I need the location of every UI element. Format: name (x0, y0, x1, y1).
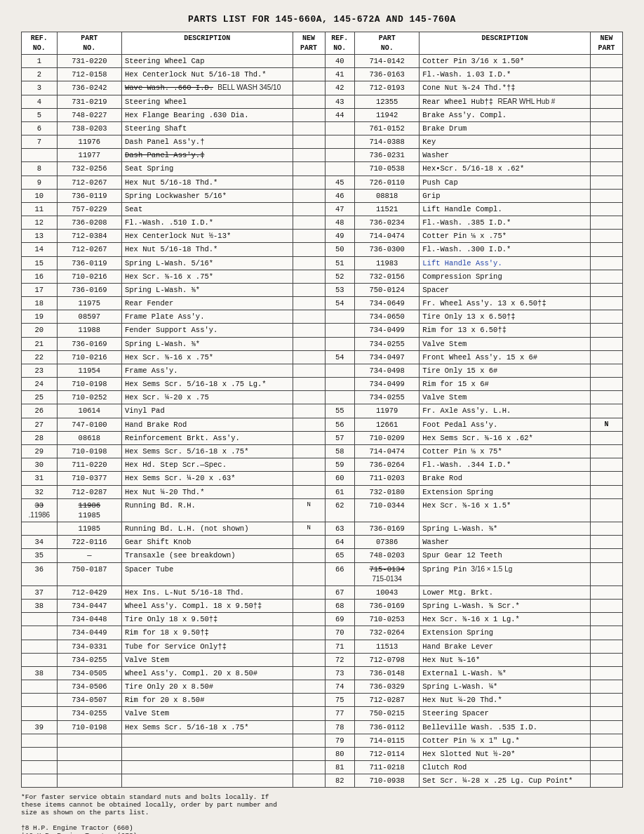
new-part-left (293, 431, 325, 444)
part-num-left: 10614 (57, 404, 121, 418)
part-num-left: 734-0331 (57, 640, 121, 653)
new-part-right (590, 310, 622, 324)
part-num-right: 714-0388 (355, 135, 420, 149)
new-part-left (293, 81, 325, 95)
part-num-right: 712-0287 (355, 694, 420, 707)
ref-num-right: 45 (325, 176, 354, 189)
ref-num-left: 3 (22, 81, 58, 95)
ref-num-left (22, 747, 58, 760)
new-part-left (293, 108, 325, 121)
desc-left: Fender Support Ass'y. (122, 324, 293, 337)
header-ref-left: REF.NO. (22, 32, 58, 55)
new-part-right (590, 536, 622, 549)
desc-left: Wheel Ass'y. Compl. 18 x 9.50†‡ (122, 600, 293, 613)
part-num-left: 11988 (57, 324, 121, 337)
footnote-dagger: †8 H.P. Engine Tractor (660) (21, 824, 288, 832)
desc-right: Fl.-Wash. .385 I.D.* (420, 216, 591, 230)
desc-right: Tire Only 15 x 6# (420, 364, 591, 377)
new-part-left (293, 536, 325, 549)
desc-left: Gear Shift Knob (122, 536, 293, 549)
ref-num-left (22, 761, 58, 774)
desc-left: Tire Only 18 x 9.50†‡ (122, 613, 293, 626)
desc-right: Rim for 13 x 6.50†‡ (420, 324, 591, 337)
new-part-right (590, 378, 622, 391)
part-num-right: 714-0142 (355, 55, 420, 68)
ref-num-right: 61 (325, 485, 354, 498)
new-part-left (293, 337, 325, 350)
desc-right: Hand Brake Lever (420, 640, 591, 653)
new-part-right (590, 324, 622, 337)
part-num-left: 736-0208 (57, 216, 121, 230)
part-num-right: 08818 (355, 189, 420, 202)
ref-num-right: 46 (325, 189, 354, 202)
desc-right: Cotter Pin ⅛ x 75* (420, 444, 591, 458)
desc-left: Tube for Service Only†‡ (122, 640, 293, 653)
desc-right: Lift Handle Ass'y. (420, 256, 591, 270)
desc-left: Rim for 18 x 9.50†‡ (122, 626, 293, 640)
part-num-right: 710-0209 (355, 431, 420, 444)
desc-left: Frame Plate Ass'y. (122, 310, 293, 324)
ref-num-left (22, 680, 58, 694)
desc-right: Fl.-Wash. .300 I.D.* (420, 243, 591, 256)
ref-num-right: 80 (325, 747, 354, 760)
ref-num-right: 69 (325, 613, 354, 626)
desc-right: Foot Pedal Ass'y. (420, 418, 591, 431)
part-num-left: 736-0119 (57, 256, 121, 270)
ref-num-right (325, 324, 354, 337)
desc-right: Push Cap (420, 176, 591, 189)
ref-num-right (325, 149, 354, 162)
part-num-right: 07386 (355, 536, 420, 549)
ref-num-right: 72 (325, 653, 354, 666)
ref-num-right: 75 (325, 694, 354, 707)
ref-num-left: 34 (22, 536, 58, 549)
desc-right: Washer (420, 149, 591, 162)
desc-left: Hex Centerlock Nut ½-13* (122, 230, 293, 243)
ref-num-right: 79 (325, 734, 354, 747)
ref-num-left: 23 (22, 364, 58, 377)
part-num-right: 750-0124 (355, 283, 420, 296)
part-num-right: 711-0218 (355, 761, 420, 774)
new-part-left (293, 162, 325, 176)
new-part-left (293, 485, 325, 498)
desc-left: Dash Panel Ass'y.‡ (122, 149, 293, 162)
new-part-right (590, 68, 622, 81)
part-num-right: 714-0474 (355, 444, 420, 458)
new-part-left (293, 444, 325, 458)
part-num-left: 11954 (57, 364, 121, 377)
new-part-left (293, 68, 325, 81)
desc-right: Hex Scr. ⅜-16 x 1 Lg.* (420, 613, 591, 626)
desc-left: Reinforcement Brkt. Ass'y. (122, 431, 293, 444)
new-part-right (590, 283, 622, 296)
ref-num-right: 62 (325, 498, 354, 522)
header-part-left: PARTNO. (57, 32, 121, 55)
ref-num-right: 42 (325, 81, 354, 95)
desc-right: Compression Spring (420, 270, 591, 283)
new-part-right (590, 121, 622, 135)
desc-right: Key (420, 135, 591, 149)
desc-left: Spacer Tube (122, 562, 293, 585)
desc-left: Steering Shaft (122, 121, 293, 135)
part-num-left: 731-0220 (57, 55, 121, 68)
ref-num-left: 32 (22, 485, 58, 498)
new-part-right (590, 216, 622, 230)
part-num-right: 736-0231 (355, 149, 420, 162)
part-num-right: 732-0180 (355, 485, 420, 498)
ref-num-right: 64 (325, 536, 354, 549)
desc-right: Hex Slotted Nut ½-20* (420, 747, 591, 760)
part-num-left: 712-0267 (57, 243, 121, 256)
ref-num-left (22, 707, 58, 720)
new-part-left (293, 310, 325, 324)
part-num-right: 11513 (355, 640, 420, 653)
new-part-right (590, 444, 622, 458)
new-part-right (590, 485, 622, 498)
part-num-right: 11979 (355, 404, 420, 418)
new-part-left (293, 472, 325, 485)
part-num-left: 11975 (57, 297, 121, 310)
desc-right: Fl.-Wash. 1.03 I.D.* (420, 68, 591, 81)
desc-left: Running Bd. R.H. (122, 498, 293, 522)
ref-num-left: 6 (22, 121, 58, 135)
ref-num-right (325, 337, 354, 350)
part-num-right: 714-0115 (355, 734, 420, 747)
part-num-left: 710-0198 (57, 444, 121, 458)
new-part-left (293, 283, 325, 296)
